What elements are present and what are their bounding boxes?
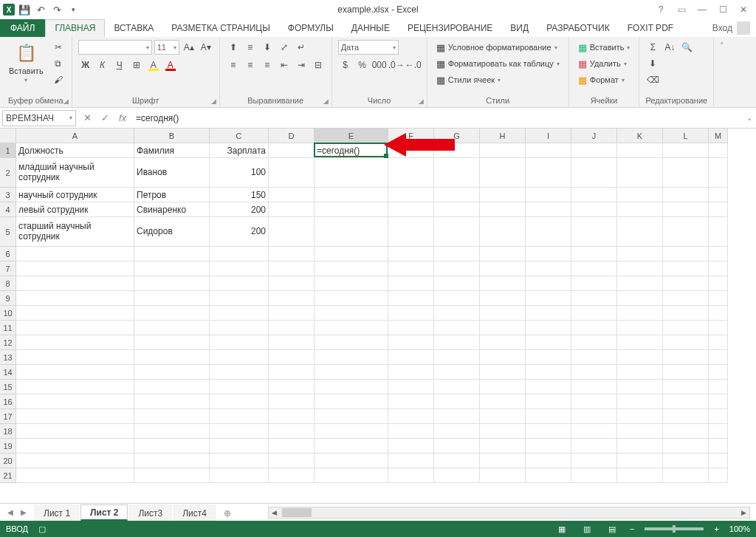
cell[interactable]	[709, 424, 728, 439]
column-header[interactable]: F	[388, 129, 434, 143]
sheet-tab[interactable]: Лист3	[128, 504, 172, 521]
cell[interactable]	[269, 202, 315, 217]
cell[interactable]	[269, 468, 315, 483]
cell[interactable]	[210, 439, 269, 454]
cell[interactable]	[617, 380, 663, 394]
cell[interactable]	[571, 409, 617, 424]
cell[interactable]	[571, 261, 617, 276]
cell[interactable]	[388, 380, 434, 394]
cell[interactable]	[134, 276, 210, 291]
cell[interactable]	[434, 143, 480, 158]
cell[interactable]	[709, 380, 728, 394]
cell[interactable]	[210, 350, 269, 365]
font-size-combo[interactable]: 11▾	[154, 40, 179, 55]
cell[interactable]: Свинаренко	[134, 202, 210, 217]
cell[interactable]	[617, 217, 663, 247]
cell[interactable]	[434, 291, 480, 306]
maximize-icon[interactable]: ☐	[715, 2, 731, 17]
cell[interactable]	[571, 321, 617, 335]
cell[interactable]	[388, 247, 434, 261]
cell-styles-button[interactable]: ▦Стили ячеек▾	[433, 72, 563, 87]
cell[interactable]	[388, 306, 434, 321]
merge-icon[interactable]: ⊟	[311, 58, 326, 72]
cell[interactable]	[16, 468, 134, 483]
cell[interactable]	[210, 291, 269, 306]
cell[interactable]	[16, 424, 134, 439]
cell[interactable]	[709, 409, 728, 424]
cell[interactable]	[709, 365, 728, 380]
close-icon[interactable]: ✕	[735, 2, 752, 17]
dialog-launcher-icon[interactable]: ◢	[63, 98, 69, 105]
cell[interactable]	[480, 158, 526, 188]
cell[interactable]	[526, 350, 571, 365]
cell[interactable]	[709, 394, 728, 409]
number-format-combo[interactable]: Дата▾	[338, 40, 399, 55]
cell[interactable]	[709, 247, 728, 261]
cell[interactable]	[571, 424, 617, 439]
cell[interactable]	[526, 439, 571, 454]
cell[interactable]	[480, 409, 526, 424]
cell[interactable]	[571, 468, 617, 483]
align-top-icon[interactable]: ⬆	[226, 40, 241, 55]
cell[interactable]	[663, 276, 709, 291]
cell[interactable]	[617, 306, 663, 321]
cell[interactable]	[663, 291, 709, 306]
cell[interactable]: левый сотрудник	[16, 202, 134, 217]
row-header[interactable]: 8	[0, 276, 16, 291]
tab-review[interactable]: РЕЦЕНЗИРОВАНИЕ	[399, 19, 501, 37]
delete-cells-button[interactable]: ▦Удалить▾	[575, 56, 633, 71]
cell[interactable]	[388, 439, 434, 454]
cell[interactable]	[269, 188, 315, 202]
cell[interactable]	[617, 454, 663, 468]
cell[interactable]	[210, 335, 269, 350]
cell[interactable]	[480, 365, 526, 380]
cell[interactable]	[315, 217, 388, 247]
row-header[interactable]: 9	[0, 291, 16, 306]
new-sheet-button[interactable]: ⊕	[217, 504, 238, 521]
cell[interactable]	[571, 335, 617, 350]
cell[interactable]	[134, 335, 210, 350]
cell[interactable]	[269, 143, 315, 158]
cell[interactable]	[480, 394, 526, 409]
cell[interactable]	[210, 454, 269, 468]
row-header[interactable]: 12	[0, 335, 16, 350]
cell[interactable]	[434, 468, 480, 483]
cell[interactable]	[709, 202, 728, 217]
cell[interactable]	[315, 394, 388, 409]
cell[interactable]	[709, 350, 728, 365]
cell[interactable]	[663, 306, 709, 321]
cell[interactable]	[388, 276, 434, 291]
row-header[interactable]: 18	[0, 424, 16, 439]
sheet-prev-icon[interactable]: ◀	[4, 507, 16, 519]
cell[interactable]	[571, 306, 617, 321]
cell[interactable]	[315, 188, 388, 202]
cell[interactable]	[210, 409, 269, 424]
decrease-indent-icon[interactable]: ⇤	[277, 58, 292, 72]
cell[interactable]	[526, 247, 571, 261]
cell[interactable]	[526, 306, 571, 321]
formula-input[interactable]	[131, 110, 743, 126]
cell[interactable]	[210, 424, 269, 439]
cell[interactable]	[526, 291, 571, 306]
cell[interactable]	[571, 188, 617, 202]
cell[interactable]	[571, 439, 617, 454]
comma-icon[interactable]: 000	[372, 58, 387, 72]
cell[interactable]	[663, 247, 709, 261]
tab-view[interactable]: ВИД	[501, 19, 537, 37]
cell[interactable]	[571, 143, 617, 158]
row-header[interactable]: 15	[0, 380, 16, 394]
cell[interactable]	[269, 291, 315, 306]
cell[interactable]	[434, 188, 480, 202]
cell[interactable]	[434, 439, 480, 454]
cell[interactable]	[315, 409, 388, 424]
view-page-break-icon[interactable]: ▤	[605, 523, 619, 535]
cell[interactable]	[663, 468, 709, 483]
cell[interactable]	[571, 158, 617, 188]
cell[interactable]	[526, 468, 571, 483]
cell[interactable]	[617, 158, 663, 188]
cell[interactable]	[315, 276, 388, 291]
cell[interactable]	[571, 291, 617, 306]
cell[interactable]	[480, 350, 526, 365]
cell[interactable]	[16, 409, 134, 424]
cell[interactable]	[269, 424, 315, 439]
